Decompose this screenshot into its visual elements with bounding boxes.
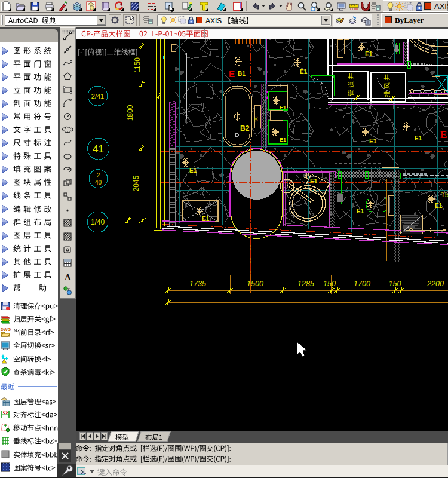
svg-text:E1: E1	[300, 69, 308, 75]
svg-text:15: 15	[441, 191, 448, 199]
svg-text:1700: 1700	[354, 280, 370, 288]
svg-text:E1: E1	[435, 203, 443, 209]
svg-text:E1: E1	[369, 138, 377, 145]
svg-text:2: 2	[97, 172, 100, 179]
svg-text:150: 150	[323, 280, 336, 288]
svg-text:1/40: 1/40	[91, 218, 105, 226]
svg-text:E1: E1	[365, 51, 373, 57]
svg-text:1800: 1800	[126, 105, 134, 121]
svg-text:2200: 2200	[426, 280, 444, 288]
svg-text:E1: E1	[310, 178, 318, 185]
svg-text:2045: 2045	[132, 175, 140, 191]
svg-text:E1: E1	[357, 208, 364, 215]
svg-text:41: 41	[93, 143, 104, 155]
svg-text:40: 40	[95, 179, 102, 186]
svg-text:1735: 1735	[189, 280, 206, 288]
svg-text:90: 90	[253, 116, 259, 121]
svg-text:150: 150	[389, 280, 401, 288]
svg-text:B2: B2	[240, 124, 250, 133]
svg-text:E1: E1	[280, 105, 286, 111]
svg-text:E: E	[229, 69, 235, 79]
svg-text:1285: 1285	[297, 280, 314, 288]
svg-text:E1: E1	[280, 137, 286, 143]
svg-text:E: E	[440, 129, 447, 140]
svg-text:B1: B1	[238, 71, 246, 77]
svg-text:1150: 1150	[133, 57, 142, 73]
svg-text:1500: 1500	[247, 280, 263, 288]
svg-text:E1: E1	[415, 135, 422, 142]
svg-text:2/41: 2/41	[91, 93, 104, 100]
svg-text:E1: E1	[189, 167, 197, 174]
